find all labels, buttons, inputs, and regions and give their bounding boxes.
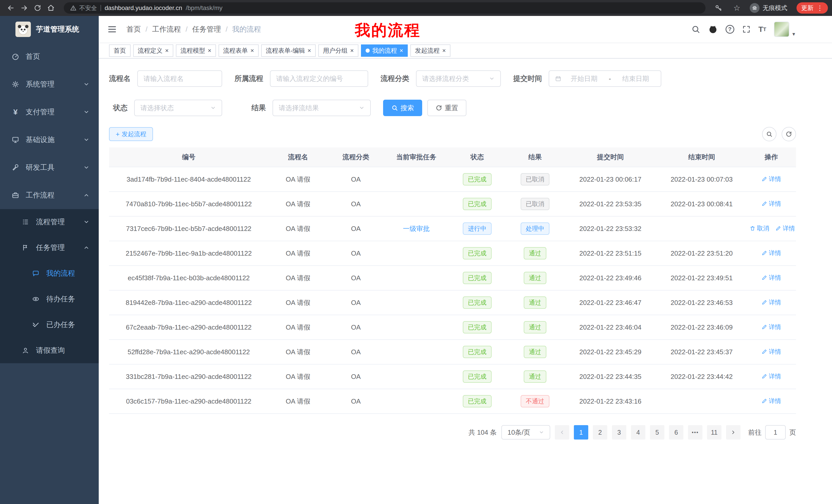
result-select[interactable]: 请选择流结果 [272,100,371,116]
close-icon[interactable]: × [308,48,311,54]
chevron-down-icon [83,109,89,115]
help-icon[interactable]: ? [726,25,734,34]
sidebar-item-leave-query[interactable]: 请假查询 [0,338,99,363]
tab-user-group[interactable]: 用户分组× [318,45,358,57]
current-task-link[interactable]: 一级审批 [403,225,430,232]
sidebar-item-process-management[interactable]: 流程管理 [0,209,99,235]
search-button[interactable]: 搜索 [383,100,422,116]
close-icon[interactable]: × [399,48,403,54]
process-name-input[interactable] [144,75,216,83]
process-definition-input[interactable] [276,75,362,83]
edit-icon [761,324,767,330]
update-button[interactable]: 更新 ⋮ [797,2,828,13]
sidebar-item-devtools[interactable]: 研发工具 [0,153,99,181]
goto-page-input[interactable] [765,425,786,440]
sidebar-item-payment[interactable]: ¥ 支付管理 [0,98,99,126]
chevron-left-icon [559,429,565,435]
breadcrumb-task-management[interactable]: 任务管理 [181,24,221,34]
page-button-5[interactable]: 5 [650,425,665,440]
detail-link[interactable]: 详情 [761,175,781,183]
next-page-button[interactable] [726,425,740,440]
prev-page-button[interactable] [555,425,569,440]
sidebar-toggle-icon[interactable] [107,24,117,34]
end-date-placeholder[interactable]: 结束日期 [616,74,655,83]
detail-link[interactable]: 详情 [761,274,781,282]
sidebar-item-pending-tasks[interactable]: 待办任务 [0,286,99,312]
close-icon[interactable]: × [208,48,211,54]
status-select[interactable]: 请选择状态 [134,100,222,116]
page-ellipsis[interactable]: ••• [688,425,702,440]
page-button-2[interactable]: 2 [593,425,607,440]
tab-process-model[interactable]: 流程模型× [176,45,216,57]
forward-icon[interactable] [18,1,31,15]
tab-process-definition[interactable]: 流程定义× [133,45,173,57]
category-label: 流程分类 [381,74,416,83]
user-menu[interactable]: ▼ [774,22,796,37]
reload-icon[interactable] [31,1,44,15]
col-current-task: 当前审批任务 [384,147,448,167]
detail-link[interactable]: 详情 [761,372,781,381]
home-icon[interactable] [44,1,58,15]
page-button-1[interactable]: 1 [574,425,588,440]
col-actions: 操作 [747,147,796,167]
tab-start-process[interactable]: 发起流程× [410,45,450,57]
tab-process-form[interactable]: 流程表单× [218,45,259,57]
table-row: 03c6c157-7b9a-11ec-a290-acde48001122OA 请… [109,389,796,414]
detail-link[interactable]: 详情 [761,249,781,257]
browser-menu-icon[interactable]: ⋮ [816,5,823,11]
close-icon[interactable]: × [350,48,354,54]
toggle-search-button[interactable] [762,127,777,141]
category-select[interactable]: 请选择流程分类 [416,71,501,87]
page-button-3[interactable]: 3 [612,425,626,440]
table-row: 67c2eaab-7b9a-11ec-a290-acde48001122OA 请… [109,315,796,340]
github-icon[interactable] [708,24,718,34]
tab-home[interactable]: 首页 [109,45,131,57]
bookmark-star-icon[interactable]: ☆ [730,1,744,15]
result-label: 结果 [252,103,272,113]
page-button-11[interactable]: 11 [707,425,722,440]
close-icon[interactable]: × [251,48,254,54]
sidebar-item-workflow[interactable]: 工作流程 [0,181,99,209]
col-status: 状态 [448,147,506,167]
sidebar-item-done-tasks[interactable]: 已办任务 [0,312,99,338]
detail-link[interactable]: 详情 [775,224,795,232]
logo-row[interactable]: 芋道管理系统 [0,16,99,43]
plus-icon: + [116,131,120,137]
status-badge: 已完成 [463,173,492,186]
key-icon[interactable] [712,1,725,15]
page-size-select[interactable]: 10条/页 [501,425,550,440]
close-icon[interactable]: × [165,48,169,54]
sidebar-item-infrastructure[interactable]: 基础设施 [0,126,99,153]
close-icon[interactable]: × [442,48,446,54]
refresh-table-button[interactable] [782,127,796,141]
breadcrumb-workflow[interactable]: 工作流程 [141,24,181,34]
detail-link[interactable]: 详情 [761,298,781,306]
sidebar-item-task-management[interactable]: 任务管理 [0,235,99,260]
cancel-link[interactable]: 取消 [750,224,769,232]
tab-process-form-edit[interactable]: 流程表单-编辑× [261,45,316,57]
detail-link[interactable]: 详情 [761,347,781,356]
start-date-placeholder[interactable]: 开始日期 [565,74,604,83]
address-bar[interactable]: 不安全 dashboard.yudao.iocoder.cn/bpm/task/… [64,2,705,13]
detail-link[interactable]: 详情 [761,323,781,331]
reset-button[interactable]: 重置 [427,100,466,116]
page-button-6[interactable]: 6 [669,425,683,440]
detail-link[interactable]: 详情 [761,200,781,208]
start-process-button[interactable]: + 发起流程 [109,127,153,141]
submit-time-range-picker[interactable]: 开始日期 - 结束日期 [549,71,661,87]
breadcrumb-home[interactable]: 首页 [127,24,141,34]
sidebar-item-system[interactable]: 系统管理 [0,71,99,98]
status-label: 状态 [109,103,134,113]
edit-icon [761,275,767,281]
back-icon[interactable] [4,1,18,15]
sidebar-item-home[interactable]: 首页 [0,43,99,71]
fullscreen-icon[interactable] [742,25,751,34]
filter-row-1: 流程名 所属流程 流程分类 请选择流程分类 提交时间 [109,71,796,87]
search-icon[interactable] [691,25,700,34]
sidebar-item-my-process[interactable]: 我的流程 [0,260,99,286]
font-size-icon[interactable]: TT [758,25,766,33]
detail-link[interactable]: 详情 [761,397,781,405]
page-button-4[interactable]: 4 [631,425,645,440]
tab-my-process[interactable]: 我的流程× [361,45,408,57]
incognito-badge[interactable]: 无痕模式 [749,2,791,14]
